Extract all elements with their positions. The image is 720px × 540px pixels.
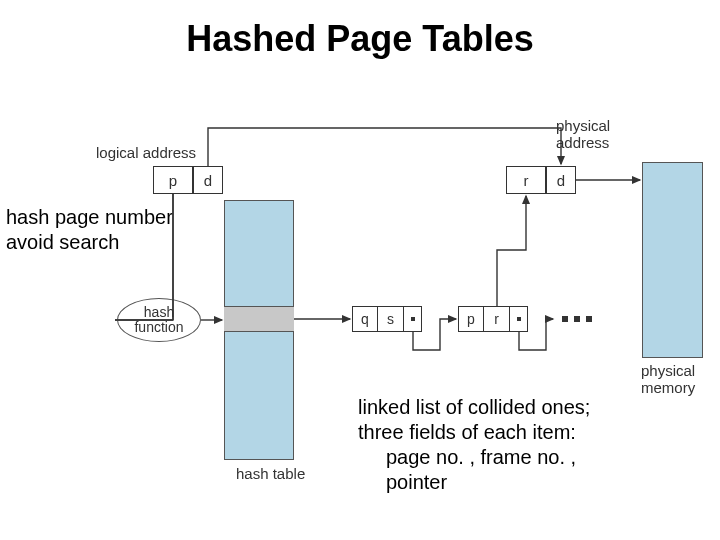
label-hash-table: hash table: [236, 465, 305, 482]
list-node-1: q s: [352, 306, 422, 332]
node-field-page: p: [458, 306, 484, 332]
hash-table-entry: [224, 306, 294, 332]
node-field-pointer: [510, 306, 528, 332]
physical-address-r: r: [506, 166, 546, 194]
node-field-frame: s: [378, 306, 404, 332]
ellipsis-icon: [555, 298, 599, 340]
annotation-linked-list: linked list of collided ones; three fiel…: [358, 395, 590, 495]
physical-address-d: d: [546, 166, 576, 194]
annotation-line: pointer: [358, 470, 590, 495]
annotation-line: hash page number: [6, 205, 173, 230]
annotation-line: linked list of collided ones;: [358, 395, 590, 420]
node-field-pointer: [404, 306, 422, 332]
label-logical-address: logical address: [96, 144, 196, 161]
logical-address-p: p: [153, 166, 193, 194]
node-field-frame: r: [484, 306, 510, 332]
annotation-line: page no. , frame no. ,: [358, 445, 590, 470]
bullet-icon: [411, 317, 415, 321]
hash-function-label: hash function: [134, 305, 183, 334]
list-node-2: p r: [458, 306, 528, 332]
logical-address-d: d: [193, 166, 223, 194]
node-field-page: q: [352, 306, 378, 332]
hash-function: hash function: [117, 298, 201, 342]
label-physical-memory: physical memory: [641, 362, 695, 396]
page-title: Hashed Page Tables: [0, 18, 720, 60]
annotation-hash-page-number: hash page number avoid search: [6, 205, 173, 255]
physical-memory: [642, 162, 703, 358]
annotation-line: three fields of each item:: [358, 420, 590, 445]
bullet-icon: [517, 317, 521, 321]
annotation-line: avoid search: [6, 230, 173, 255]
label-physical-address: physical address: [556, 117, 610, 151]
